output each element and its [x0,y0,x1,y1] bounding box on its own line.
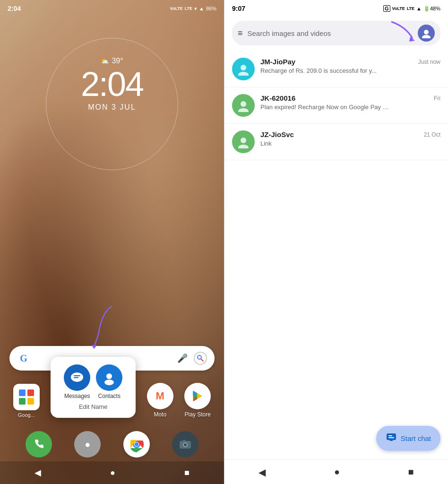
messages-label: Messages [64,393,90,399]
svg-point-24 [135,442,138,446]
messages-app-group[interactable]: Messages [64,364,90,399]
play-store-label: Play Store [185,411,211,418]
svg-point-35 [238,108,249,112]
svg-rect-3 [19,389,26,396]
volte-icon: VoLTE [170,6,183,11]
message-top-row: JM-JioPay Just now [260,58,440,66]
svg-point-33 [238,72,249,76]
arrow-right [382,17,420,47]
status-icons-left: VoLTE LTE ▾ ▲ 86% [170,6,216,12]
temperature-display: ⛅ 39° [81,57,143,65]
message-avatar [232,58,255,80]
wifi-icon: ▾ [194,6,197,12]
moto-app-group: M Moto [147,383,173,418]
svg-marker-0 [91,345,97,349]
contacts-app-icon[interactable] [96,364,122,391]
battery-right: 🔋48% [423,6,440,12]
svg-point-32 [241,65,246,70]
contacts-app-group[interactable]: Contacts [96,364,122,399]
message-time: Fri [434,95,440,102]
svg-rect-5 [19,398,26,405]
play-store-group[interactable]: Play Store [184,383,211,418]
svg-marker-17 [197,393,202,399]
message-item[interactable]: JM-JioPay Just now Recharge of Rs. 209.0… [224,51,448,87]
signal-right: ▲ [416,6,422,11]
left-panel: 2:04 VoLTE LTE ▾ ▲ 86% ⛅ 39° 2:04 MON 3 … [0,0,224,484]
signal-icon: ▲ [199,6,204,11]
chrome-dock-icon[interactable] [123,431,150,458]
message-top-row: JK-620016 Fri [260,94,440,102]
message-preview: Recharge of Rs. 209.0 is successful for … [260,67,393,74]
google-apps-icon[interactable] [13,384,40,410]
svg-rect-40 [388,437,394,438]
temperature-value: 39° [112,57,123,65]
lte-right: LTE [407,6,414,11]
message-content: JK-620016 Fri Plan expired! Recharge Now… [260,94,440,111]
contacts-label: Contacts [98,393,121,399]
popup-apps-row: Messages Contacts [64,364,122,399]
moto-icon[interactable]: M [147,383,173,409]
lte-icon: LTE [185,6,192,11]
status-time-left: 2:04 [8,5,21,12]
edit-name-label: Edit Name [79,403,108,410]
svg-rect-6 [27,398,34,405]
svg-point-27 [184,443,187,446]
g-badge: G [383,5,390,12]
back-button-left[interactable]: ◀ [34,467,41,478]
profile-avatar-button[interactable] [418,25,435,42]
svg-rect-10 [74,377,78,378]
message-avatar [232,130,255,153]
message-time: 21 Oct [424,131,440,138]
clock-widget: ⛅ 39° 2:04 MON 3 JUL [81,57,143,112]
recents-button-right[interactable]: ■ [408,467,414,477]
messages-app-icon[interactable] [64,364,90,391]
status-bar-right: 9:07 G VoLTE LTE ▲ 🔋48% [224,0,448,17]
svg-point-11 [106,373,112,379]
message-top-row: JZ-JioSvc 21 Oct [260,130,440,138]
status-time-right: 9:07 [232,5,245,12]
svg-rect-9 [74,375,80,376]
start-chat-button[interactable]: Start chat [376,426,440,451]
google-apps-group: Goog... [13,384,40,418]
status-bar-left: 2:04 VoLTE LTE ▾ ▲ 86% [0,0,224,17]
svg-point-36 [241,138,246,143]
message-sender: JM-JioPay [260,58,295,66]
camera-dock-icon[interactable] [172,431,198,458]
message-content: JM-JioPay Just now Recharge of Rs. 209.0… [260,58,440,74]
phone-dock-icon[interactable] [26,431,52,458]
message-item[interactable]: JZ-JioSvc 21 Oct Link [224,124,448,160]
battery-left: 86% [206,6,216,11]
start-chat-label: Start chat [401,434,431,442]
message-preview: Plan expired! Recharge Now on Google Pay… [260,104,393,111]
home-button-right[interactable]: ● [334,467,340,477]
message-content: JZ-JioSvc 21 Oct Link [260,130,440,147]
app-row: Goog... Messages [0,357,224,418]
recents-button-left[interactable]: ■ [184,468,190,478]
arrow-left [85,302,123,352]
message-sender: JZ-JioSvc [260,130,294,138]
svg-point-31 [422,35,431,38]
clock-date: MON 3 JUL [81,103,143,112]
app-popup-card: Messages Contacts Edit Name [51,357,136,418]
message-avatar [232,94,255,117]
svg-rect-28 [183,440,186,441]
play-store-icon[interactable] [184,383,211,409]
message-time: Just now [418,59,440,65]
nav-bar-left: ◀ ● ■ [0,461,224,484]
dock: ● [0,431,224,458]
home-button-left[interactable]: ● [110,468,115,478]
weather-icon: ⛅ [101,57,109,65]
nav-bar-right: ◀ ● ■ [224,459,448,484]
gray-dock-icon[interactable]: ● [74,431,101,458]
status-icons-right: G VoLTE LTE ▲ 🔋48% [383,5,440,12]
google-apps-label: Goog... [18,412,35,418]
right-panel: 9:07 G VoLTE LTE ▲ 🔋48% ≡ Search images … [224,0,448,484]
message-item[interactable]: JK-620016 Fri Plan expired! Recharge Now… [224,87,448,124]
message-list: JM-JioPay Just now Recharge of Rs. 209.0… [224,51,448,459]
moto-label: Moto [154,411,166,418]
message-preview: Link [260,140,393,147]
svg-point-12 [104,380,114,385]
svg-rect-38 [387,433,396,440]
back-button-right[interactable]: ◀ [258,467,266,478]
hamburger-menu[interactable]: ≡ [238,28,243,38]
